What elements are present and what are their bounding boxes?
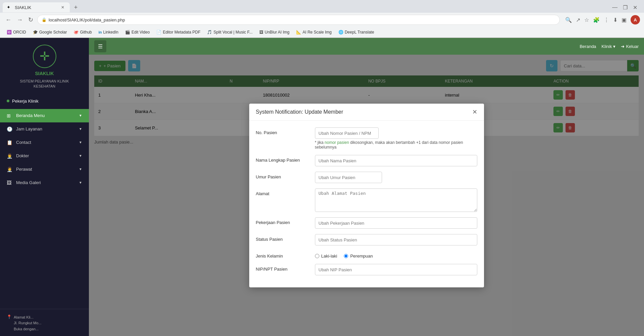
radio-laki-laki[interactable]: Laki-laki xyxy=(315,254,337,259)
logo-cross-symbol: ✛ xyxy=(40,49,50,63)
bookmark-editor-metadata[interactable]: 📄 Editor Metadata PDF xyxy=(154,29,203,36)
hamburger-button[interactable]: ☰ xyxy=(94,40,106,52)
keluar-label: Keluar xyxy=(626,44,639,49)
sidebar-item-contact[interactable]: 📋 Contact ▼ xyxy=(0,136,89,149)
main-header: ☰ Beranda Klinik ▾ ➜ Keluar xyxy=(89,38,644,55)
bookmark-edit-video[interactable]: 🎬 Edit Video xyxy=(122,29,153,36)
nav-label-jam: Jam Layanan xyxy=(16,126,42,131)
user-name: Pekerja Klinik xyxy=(12,99,39,104)
map-pin-icon: 📍 xyxy=(7,315,12,319)
input-nama[interactable] xyxy=(315,155,477,166)
klinik-dropdown-icon: ▾ xyxy=(613,44,615,49)
bookmark-deepl[interactable]: 🌐 DeepL Translate xyxy=(336,29,377,36)
rescale-icon: 📐 xyxy=(296,30,301,35)
nav-label-contact: Contact xyxy=(16,140,31,145)
nav-label-dokter: Dokter xyxy=(16,153,29,158)
hint-highlight: nomor pasien xyxy=(325,140,349,145)
radio-input-perempuan[interactable] xyxy=(344,254,348,258)
profile-avatar[interactable]: A xyxy=(631,15,640,24)
metadata-icon: 📄 xyxy=(156,30,161,35)
gallery-icon: 🖼 xyxy=(7,180,13,185)
bookmark-orcid[interactable]: 🆔 ORCID xyxy=(4,29,29,36)
input-no-pasien[interactable] xyxy=(315,127,379,139)
bookmark-unblur[interactable]: 🖼 UnBlur AI Img xyxy=(257,29,292,36)
radio-perempuan[interactable]: Perempuan xyxy=(344,254,373,259)
sidebar-item-perawat[interactable]: 👩‍⚕️ Perawat ▼ xyxy=(0,163,89,176)
sidebar-nav: ⊞ Beranda Menu ▼ 🕐 Jam Layanan ▼ 📋 Conta… xyxy=(0,109,89,309)
back-button[interactable]: ← xyxy=(4,15,13,25)
header-nav-beranda[interactable]: Beranda xyxy=(580,44,596,49)
nav-label-galeri: Media Galeri xyxy=(16,180,41,185)
share-icon[interactable]: ↗ xyxy=(576,17,580,23)
chevron-down-icon-3: ▼ xyxy=(79,141,82,144)
label-no-pasien: No. Pasien xyxy=(256,127,310,135)
hint-no-pasien: * jika nomor pasien dikosongkan, maka ak… xyxy=(315,140,477,150)
tab-favicon: ✦ xyxy=(7,5,12,10)
address-bar: ← → ↻ 🔒 localhost/SIAKLIK/poli/data_pasi… xyxy=(0,13,644,27)
bookmark-scholar-label: Google Scholar xyxy=(39,30,67,35)
sidebar-item-beranda-menu[interactable]: ⊞ Beranda Menu ▼ xyxy=(0,109,89,122)
chevron-down-icon-2: ▼ xyxy=(79,127,82,131)
bookmark-google-scholar[interactable]: 🎓 Google Scholar xyxy=(30,29,70,36)
forward-button[interactable]: → xyxy=(15,15,24,25)
label-alamat: Alamat xyxy=(256,188,310,196)
nav-label-beranda: Beranda Menu xyxy=(16,113,45,118)
modal-close-button[interactable]: ✕ xyxy=(472,109,477,115)
modal-title: System Notification: Update Member xyxy=(256,109,343,115)
maximize-button[interactable]: ❐ xyxy=(622,3,629,12)
input-alamat[interactable] xyxy=(315,188,477,212)
bookmark-edit-video-label: Edit Video xyxy=(131,30,150,35)
new-tab-button[interactable]: + xyxy=(71,3,80,12)
bookmark-linkedin[interactable]: in LinkedIn xyxy=(96,29,121,36)
logo-icon: ✛ xyxy=(33,45,56,68)
input-umur[interactable] xyxy=(315,172,382,183)
bookmark-split-vocal[interactable]: 🎵 Split Vocal | Music F... xyxy=(204,29,255,36)
form-group-status: Status Pasien xyxy=(256,234,477,245)
label-nip: NIP/NPT Pasien xyxy=(256,264,310,272)
bookmark-rescale-label: AI Re Scale Img xyxy=(303,30,332,35)
sidebar-item-jam-layanan[interactable]: 🕐 Jam Layanan ▼ xyxy=(0,122,89,136)
radio-group-jenis-kelamin: Laki-laki Perempuan xyxy=(315,251,373,259)
download-icon[interactable]: ⬇ xyxy=(613,17,618,23)
klinik-label: Klinik xyxy=(601,44,612,49)
tab-close-button[interactable]: ✕ xyxy=(60,4,66,10)
sidebar-item-dokter[interactable]: 👨‍⚕️ Dokter ▼ xyxy=(0,149,89,163)
bookmark-linkedin-label: LinkedIn xyxy=(103,30,118,35)
bookmark-github[interactable]: 🐙 Github xyxy=(71,29,94,36)
search-icon[interactable]: 🔍 xyxy=(565,17,572,23)
input-nip[interactable] xyxy=(315,264,477,275)
bookmark-icon[interactable]: ☆ xyxy=(584,17,589,23)
logo-subtitle: SISTEM PELAYANAN KLINIK KESEHATAN xyxy=(20,79,69,89)
minimize-button[interactable]: — xyxy=(611,3,619,12)
menu-icon[interactable]: ⋮ xyxy=(604,17,609,23)
chevron-down-icon: ▼ xyxy=(79,114,82,117)
input-pekerjaan[interactable] xyxy=(315,217,477,229)
window-controls: — ❐ ✕ xyxy=(611,3,641,12)
tab-bar: ✦ SIAKLIK ✕ + — ❐ ✕ xyxy=(0,0,644,13)
sidebar-item-media-galeri[interactable]: 🖼 Media Galeri ▼ xyxy=(0,176,89,189)
extensions-icon[interactable]: 🧩 xyxy=(593,17,600,23)
sidebar-user: Pekerja Klinik xyxy=(0,96,89,109)
header-nav-keluar[interactable]: ➜ Keluar xyxy=(621,44,639,49)
sidebar-logo: ✛ SIAKLIK SISTEM PELAYANAN KLINIK KESEHA… xyxy=(0,38,89,96)
unblur-icon: 🖼 xyxy=(259,30,263,35)
header-nav-klinik[interactable]: Klinik ▾ xyxy=(601,44,615,49)
radio-input-laki[interactable] xyxy=(315,254,319,258)
address-label: Alamat Kli... xyxy=(14,315,42,320)
url-text: localhost/SIAKLIK/poli/data_pasien.php xyxy=(49,17,125,22)
edit-video-icon: 🎬 xyxy=(125,30,130,35)
form-group-no-pasien: No. Pasien * jika nomor pasien dikosongk… xyxy=(256,127,477,150)
sidebar: ✛ SIAKLIK SISTEM PELAYANAN KLINIK KESEHA… xyxy=(0,38,89,336)
bookmark-metadata-label: Editor Metadata PDF xyxy=(163,30,200,35)
main-content: ☰ Beranda Klinik ▾ ➜ Keluar + + Pasi xyxy=(89,38,644,336)
browser-chrome: ✦ SIAKLIK ✕ + — ❐ ✕ ← → ↻ 🔒 localhost/SI… xyxy=(0,0,644,38)
url-bar[interactable]: 🔒 localhost/SIAKLIK/poli/data_pasien.php xyxy=(37,15,560,25)
bookmark-ai-rescale[interactable]: 📐 AI Re Scale Img xyxy=(293,29,334,36)
sidebar-icon[interactable]: ▣ xyxy=(622,17,627,23)
refresh-button[interactable]: ↻ xyxy=(27,15,35,25)
close-button[interactable]: ✕ xyxy=(632,3,639,12)
field-wrapper-no-pasien: * jika nomor pasien dikosongkan, maka ak… xyxy=(315,127,477,150)
secure-icon: 🔒 xyxy=(42,17,47,22)
active-tab[interactable]: ✦ SIAKLIK ✕ xyxy=(3,2,70,12)
input-status[interactable] xyxy=(315,234,477,245)
